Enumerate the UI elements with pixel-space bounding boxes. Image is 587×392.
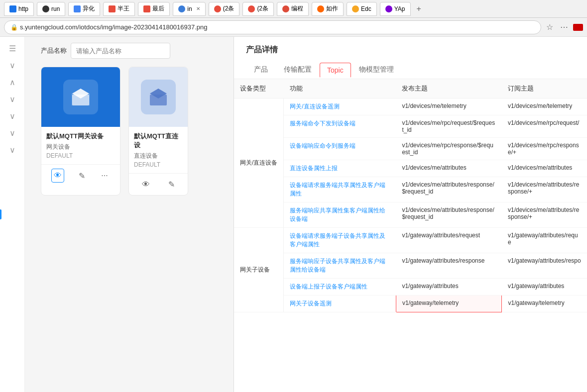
nav-item-1[interactable]: ∨ (2, 58, 22, 73)
pub-cell: v1/devices/me/rpc/response/$request_id (396, 138, 502, 160)
card-actions-2: 👁 ✎ (129, 173, 188, 195)
bookmark-button[interactable]: ☆ (544, 21, 555, 33)
tab-transfer[interactable]: 传输配置 (276, 61, 320, 79)
tab-y[interactable]: YAp (380, 2, 411, 16)
tab-in[interactable]: in ✕ (173, 2, 205, 16)
product-card-2: 默认MQTT直连设 直连设备 DEFAULT 👁 ✎ (128, 67, 188, 196)
tab-label-m: 如作 (326, 4, 338, 13)
device-type-cell: 网关/直连设备 (234, 98, 284, 228)
tab-label-doc: 异化 (83, 4, 95, 13)
close-icon[interactable]: ✕ (196, 6, 200, 11)
func-cell[interactable]: 直连设备属性上报 (284, 160, 396, 177)
product-box-icon-2 (146, 85, 171, 109)
tab-label-g: 编程 (291, 4, 303, 13)
nav-item-5[interactable]: ∨ (2, 125, 22, 140)
table-row: 网关子设备遥测v1/gateway/telemetryv1/gateway/te… (234, 295, 587, 312)
func-cell[interactable]: 服务端命令下发到设备端 (284, 115, 396, 138)
sub-cell: v1/gateway/attributes/reque (502, 228, 587, 253)
card-tag-1: DEFAULT (46, 152, 115, 159)
tab-c1[interactable]: (2条 (209, 2, 240, 16)
tab-icon-g (282, 5, 289, 12)
func-cell[interactable]: 设备端上报子设备客户端属性 (284, 279, 396, 295)
sub-cell: v1/devices/me/attributes (502, 160, 587, 177)
tab-k2[interactable]: 最后 (138, 2, 170, 16)
tab-icon-k2 (143, 5, 150, 12)
panel-header: 产品详情 产品 传输配置 Topic 物模型管理 (234, 37, 587, 79)
card-sub-1: 网关设备 (46, 143, 115, 151)
tab-m[interactable]: 如作 (312, 2, 344, 16)
tab-icon-edc (352, 5, 359, 12)
table-row: 网关/直连设备网关/直连设备遥测v1/devices/me/telemetryv… (234, 98, 587, 115)
left-content: 产品名称 (25, 37, 234, 392)
tab-run[interactable]: run (37, 2, 65, 16)
tab-http[interactable]: http (4, 2, 34, 16)
tab-icon-c1 (214, 5, 221, 12)
col-sub: 订阅主题 (502, 79, 587, 98)
product-name-input[interactable] (71, 43, 170, 59)
tab-label-c2: (2条 (257, 4, 268, 13)
nav-hamburger[interactable]: ☰ (2, 41, 22, 56)
tab-c2[interactable]: (2条 (242, 2, 274, 16)
sub-cell: v1/devices/me/rpc/request/ (502, 115, 587, 138)
card-icon-box-1 (63, 80, 98, 114)
sub-cell: v1/devices/me/attributes/response/+ (502, 177, 587, 202)
tab-edc[interactable]: Edc (347, 2, 377, 16)
nav-item-6[interactable]: ∨ (2, 142, 22, 157)
card-icon-area-1 (41, 67, 120, 127)
table-row: 服务端命令下发到设备端v1/devices/me/rpc/request/$re… (234, 115, 587, 138)
func-cell[interactable]: 设备端响应命令到服务端 (284, 138, 396, 160)
sub-cell: v1/devices/me/attributes/response/+ (502, 202, 587, 228)
topic-data-table: 设备类型 功能 发布主题 订阅主题 网关/直连设备网关/直连设备遥测v1/dev… (234, 79, 587, 312)
pub-cell: v1/devices/me/rpc/request/$request_id (396, 115, 502, 138)
tab-k1[interactable]: 半王 (103, 2, 135, 16)
nav-item-3[interactable]: ∨ (2, 92, 22, 106)
table-row: 服务端响应子设备共享属性及客户端属性给设备端v1/gateway/attribu… (234, 253, 587, 279)
address-bar[interactable]: 🔒 s.yuntengcloud.com/iotdocs/img/image-2… (4, 20, 541, 34)
card-edit-button-1[interactable]: ✎ (77, 169, 87, 183)
tab-label-k2: 最后 (152, 4, 164, 13)
address-text: s.yuntengcloud.com/iotdocs/img/image-202… (20, 23, 535, 31)
card-view-button-2[interactable]: 👁 (140, 178, 152, 191)
func-cell[interactable]: 网关/直连设备遥测 (284, 98, 396, 115)
card-view-button-1[interactable]: 👁 (51, 169, 64, 183)
tab-model[interactable]: 物模型管理 (351, 61, 402, 79)
tab-product[interactable]: 产品 (246, 61, 276, 79)
tab-icon-c2 (248, 5, 255, 12)
tab-label-run: run (51, 5, 60, 12)
more-button[interactable]: ⋯ (558, 21, 570, 33)
new-tab-button[interactable]: + (414, 4, 424, 13)
tab-icon-http (9, 5, 16, 12)
func-cell[interactable]: 设备端请求服务端共享属性及客户端属性 (284, 177, 396, 202)
card-edit-button-2[interactable]: ✎ (166, 178, 177, 191)
nav-item-4[interactable]: ∨ (2, 108, 22, 123)
tab-icon-gh (42, 5, 49, 12)
product-name-row: 产品名称 (31, 43, 228, 59)
language-flag[interactable] (573, 24, 583, 31)
card-actions-1: 👁 ✎ ··· (41, 164, 120, 187)
sub-cell: v1/gateway/attributes (502, 279, 587, 295)
tab-label-edc: Edc (361, 5, 371, 12)
lock-icon: 🔒 (10, 24, 18, 31)
product-box-icon-1 (68, 85, 93, 109)
tab-doc[interactable]: 异化 (68, 2, 100, 16)
table-row: 服务端响应共享属性集客户端属性给设备端v1/devices/me/attribu… (234, 202, 587, 228)
product-name-label: 产品名称 (41, 46, 67, 55)
sub-cell: v1/gateway/telemetry (502, 295, 587, 312)
func-cell[interactable]: 设备端请求服务端子设备共享属性及客户端属性 (284, 228, 396, 253)
card-more-button-1[interactable]: ··· (99, 169, 110, 182)
tab-icon-globe (178, 5, 185, 12)
table-row: 直连设备属性上报v1/devices/me/attributesv1/devic… (234, 160, 587, 177)
tab-topic[interactable]: Topic (320, 63, 351, 78)
tab-icon-doc (74, 5, 81, 12)
table-row: 设备端响应命令到服务端v1/devices/me/rpc/response/$r… (234, 138, 587, 160)
sub-cell: v1/gateway/attributes/respo (502, 253, 587, 279)
nav-item-2[interactable]: ∧ (2, 75, 22, 90)
card-info-2: 默认MQTT直连设 直连设备 DEFAULT (129, 127, 188, 173)
func-cell[interactable]: 服务端响应子设备共享属性及客户端属性给设备端 (284, 253, 396, 279)
tab-g[interactable]: 编程 (277, 2, 309, 16)
func-cell[interactable]: 服务端响应共享属性集客户端属性给设备端 (284, 202, 396, 228)
card-title-2: 默认MQTT直连设 (134, 132, 183, 150)
right-panel: 产品详情 产品 传输配置 Topic 物模型管理 设备类型 功能 发布主题 订阅… (234, 37, 587, 392)
func-cell[interactable]: 网关子设备遥测 (284, 295, 396, 312)
main-content: ☰ ∨ ∧ ∨ ∨ ∨ ∨ 产品名称 (0, 37, 587, 392)
